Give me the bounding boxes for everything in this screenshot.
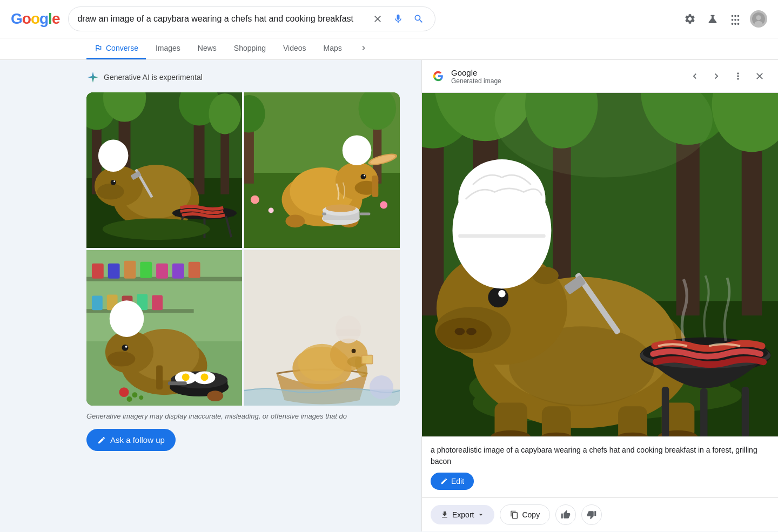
search-button[interactable] xyxy=(411,11,426,26)
svg-point-48 xyxy=(343,135,372,165)
prev-image-button[interactable] xyxy=(685,66,705,86)
image-description-area: a photorealistic image of a capybara wea… xyxy=(422,436,778,497)
grid-image-4[interactable] xyxy=(244,250,400,406)
grid-image-2[interactable] xyxy=(244,92,400,248)
copy-icon xyxy=(510,510,519,519)
thumbs-down-button[interactable] xyxy=(581,504,602,525)
svg-point-28 xyxy=(103,218,210,240)
svg-point-34 xyxy=(269,208,274,213)
ai-header: Generative AI is experimental xyxy=(86,71,411,84)
svg-rect-152 xyxy=(742,387,749,436)
search-input[interactable] xyxy=(77,14,366,24)
header-right xyxy=(682,10,767,28)
more-options-button[interactable] xyxy=(728,66,748,86)
close-panel-button[interactable] xyxy=(750,66,769,86)
right-header-actions xyxy=(685,66,769,86)
svg-rect-63 xyxy=(108,264,120,279)
svg-point-146 xyxy=(458,159,545,239)
right-panel-footer: Export Copy xyxy=(422,497,778,531)
svg-rect-68 xyxy=(189,262,200,278)
tab-news[interactable]: News xyxy=(190,38,224,59)
tab-images[interactable]: Images xyxy=(148,38,188,59)
svg-point-78 xyxy=(122,345,129,351)
search-icon xyxy=(413,14,424,24)
google-g-logo xyxy=(431,69,446,84)
flask-icon xyxy=(707,13,719,25)
dropdown-arrow-icon xyxy=(477,511,485,518)
apps-button[interactable] xyxy=(727,11,743,27)
svg-point-76 xyxy=(105,331,153,373)
svg-rect-64 xyxy=(124,261,136,279)
converse-icon xyxy=(94,44,103,52)
right-panel: Google Generated image xyxy=(421,60,778,531)
tab-converse[interactable]: Converse xyxy=(86,38,146,59)
tab-videos[interactable]: Videos xyxy=(276,38,314,59)
svg-point-46 xyxy=(364,174,365,176)
grid-image-3[interactable] xyxy=(86,250,242,406)
svg-point-91 xyxy=(132,392,137,398)
svg-rect-128 xyxy=(542,406,571,436)
svg-point-102 xyxy=(352,349,356,353)
google-logo[interactable]: Google xyxy=(11,10,59,28)
disclaimer-text: Generative imagery may display inaccurat… xyxy=(86,412,400,420)
tab-maps[interactable]: Maps xyxy=(316,38,350,59)
voice-search-button[interactable] xyxy=(391,11,406,26)
svg-point-41 xyxy=(285,214,305,227)
next-image-button[interactable] xyxy=(707,66,726,86)
labs-button[interactable] xyxy=(705,11,721,27)
svg-rect-49 xyxy=(372,176,378,197)
svg-point-87 xyxy=(182,373,190,381)
tab-shopping[interactable]: Shopping xyxy=(226,38,273,59)
avatar[interactable] xyxy=(750,10,767,28)
svg-point-31 xyxy=(251,196,259,204)
svg-point-1 xyxy=(756,15,761,20)
edit-pencil-icon xyxy=(97,436,106,445)
svg-point-77 xyxy=(108,352,136,367)
svg-rect-67 xyxy=(172,264,184,279)
export-button[interactable]: Export xyxy=(431,505,494,524)
svg-rect-107 xyxy=(362,356,372,363)
chevron-right-icon xyxy=(711,71,722,82)
svg-point-2 xyxy=(755,21,763,27)
nav-tabs: Converse Images News Shopping Videos Map… xyxy=(0,38,778,60)
user-avatar-icon xyxy=(752,10,765,28)
svg-point-141 xyxy=(498,290,505,297)
edit-image-button[interactable]: Edit xyxy=(431,473,474,490)
svg-rect-151 xyxy=(662,387,669,436)
thumbs-up-button[interactable] xyxy=(555,504,576,525)
svg-rect-69 xyxy=(92,295,103,310)
svg-point-81 xyxy=(110,300,144,337)
settings-button[interactable] xyxy=(682,11,698,27)
gear-icon xyxy=(684,13,696,25)
close-icon xyxy=(754,71,765,82)
copy-button[interactable]: Copy xyxy=(500,504,550,525)
right-panel-header: Google Generated image xyxy=(422,60,778,93)
tab-more[interactable] xyxy=(352,38,375,59)
right-panel-title: Google xyxy=(451,68,680,77)
grid-image-1[interactable] xyxy=(86,92,242,248)
svg-point-140 xyxy=(488,287,508,308)
right-header-text: Google Generated image xyxy=(451,68,680,85)
svg-point-17 xyxy=(111,180,116,185)
svg-rect-153 xyxy=(700,388,707,436)
main-content: Generative AI is experimental xyxy=(0,60,778,531)
export-icon xyxy=(440,510,449,519)
clear-search-button[interactable] xyxy=(370,11,385,26)
svg-rect-66 xyxy=(156,264,168,279)
svg-point-16 xyxy=(97,184,124,200)
svg-point-94 xyxy=(119,387,129,397)
svg-rect-57 xyxy=(322,212,326,215)
svg-point-45 xyxy=(361,174,366,179)
svg-point-137 xyxy=(437,318,492,349)
header: Google xyxy=(0,0,778,38)
svg-point-104 xyxy=(336,315,361,344)
svg-rect-82 xyxy=(156,366,163,390)
search-bar xyxy=(68,6,435,31)
svg-point-79 xyxy=(125,346,128,348)
svg-point-12 xyxy=(209,93,241,134)
ask-followup-button[interactable]: Ask a follow up xyxy=(86,429,176,451)
edit-icon xyxy=(440,477,448,485)
svg-point-92 xyxy=(139,395,143,400)
images-grid xyxy=(86,92,400,406)
svg-rect-56 xyxy=(360,212,371,215)
